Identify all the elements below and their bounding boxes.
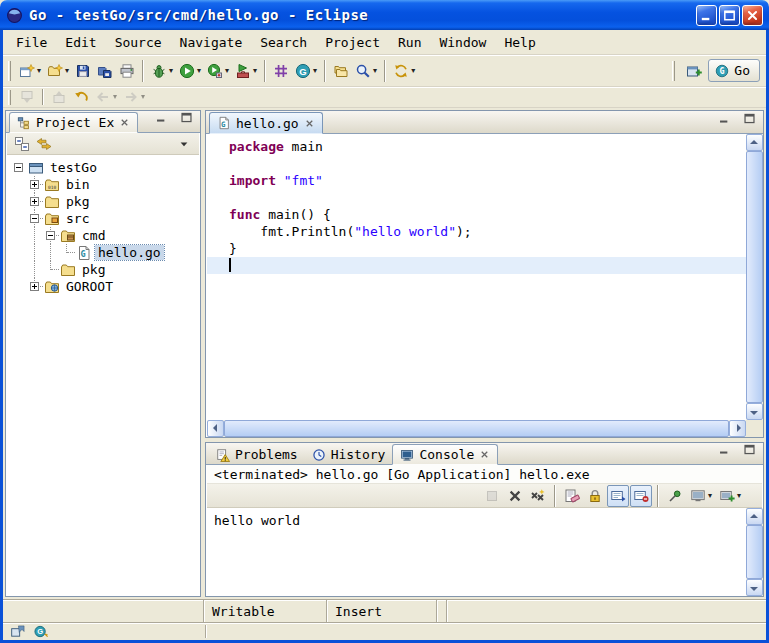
tab-close-icon[interactable] bbox=[304, 118, 315, 129]
last-edit-location-button[interactable] bbox=[70, 88, 92, 107]
go-app-button[interactable]: G▾ bbox=[292, 59, 320, 83]
code-line[interactable] bbox=[207, 155, 746, 172]
forward-button[interactable]: ▾ bbox=[120, 88, 148, 107]
minimize-button[interactable] bbox=[696, 5, 717, 26]
scroll-left-button[interactable] bbox=[207, 420, 224, 437]
scroll-lock-button[interactable] bbox=[584, 485, 606, 507]
view-menu-button[interactable] bbox=[173, 134, 195, 154]
code-line[interactable]: func main() { bbox=[207, 206, 746, 223]
clear-console-button[interactable] bbox=[561, 485, 583, 507]
expander-minus-icon[interactable] bbox=[46, 231, 55, 240]
maximize-button[interactable] bbox=[719, 5, 740, 26]
tab-history[interactable]: History bbox=[305, 444, 393, 465]
next-annotation-button[interactable] bbox=[16, 88, 38, 107]
tab-close-icon[interactable] bbox=[479, 449, 490, 460]
toolbar-grip[interactable] bbox=[672, 61, 675, 81]
code-line[interactable]: import "fmt" bbox=[207, 172, 746, 189]
save-all-button[interactable] bbox=[94, 59, 116, 83]
scrollbar-track[interactable] bbox=[746, 525, 763, 579]
expander-plus-icon[interactable] bbox=[30, 180, 39, 189]
scroll-down-button[interactable] bbox=[746, 579, 763, 596]
new-wizard-button[interactable]: ▾ bbox=[16, 59, 44, 83]
pin-console-button[interactable] bbox=[664, 485, 686, 507]
maximize-view-button[interactable] bbox=[175, 110, 197, 129]
expander-minus-icon[interactable] bbox=[30, 214, 39, 223]
save-button[interactable] bbox=[72, 59, 94, 83]
scrollbar-thumb[interactable] bbox=[224, 420, 729, 437]
menu-file[interactable]: File bbox=[7, 32, 56, 53]
collapse-all-button[interactable] bbox=[11, 134, 33, 154]
menu-run[interactable]: Run bbox=[389, 32, 430, 53]
expander-plus-icon[interactable] bbox=[30, 197, 39, 206]
code-line[interactable] bbox=[207, 257, 746, 274]
menu-source[interactable]: Source bbox=[106, 32, 171, 53]
editor-horizontal-scrollbar[interactable] bbox=[207, 420, 746, 437]
scrollbar-thumb[interactable] bbox=[746, 151, 763, 403]
editor-vertical-scrollbar[interactable] bbox=[746, 134, 763, 420]
close-button[interactable] bbox=[742, 5, 763, 26]
menu-project[interactable]: Project bbox=[316, 32, 389, 53]
code-line[interactable]: package main bbox=[207, 138, 746, 155]
tree-item-cmd[interactable]: cmd bbox=[7, 227, 199, 244]
console-vertical-scrollbar[interactable] bbox=[746, 508, 763, 596]
previous-annotation-button[interactable] bbox=[48, 88, 70, 107]
tree-item-goroot[interactable]: GOROOT bbox=[7, 278, 199, 295]
tree-item-src[interactable]: src bbox=[7, 210, 199, 227]
scroll-right-button[interactable] bbox=[729, 420, 746, 437]
show-stdout-button[interactable] bbox=[607, 485, 629, 507]
minimize-view-button[interactable] bbox=[713, 442, 735, 461]
fast-view-button[interactable] bbox=[7, 623, 28, 640]
scrollbar-track[interactable] bbox=[224, 420, 729, 437]
scroll-up-button[interactable] bbox=[746, 508, 763, 525]
scroll-down-button[interactable] bbox=[746, 403, 763, 420]
search-button[interactable]: ▾ bbox=[352, 59, 380, 83]
minimize-view-button[interactable] bbox=[713, 110, 735, 130]
debug-button[interactable]: ▾ bbox=[148, 59, 176, 83]
expander-minus-icon[interactable] bbox=[14, 163, 23, 172]
open-console-button[interactable]: ▾ bbox=[716, 485, 744, 507]
tab-console[interactable]: Console bbox=[392, 444, 498, 465]
tab-hello-go[interactable]: G hello.go bbox=[209, 112, 323, 134]
maximize-view-button[interactable] bbox=[738, 442, 760, 461]
menu-help[interactable]: Help bbox=[495, 32, 544, 53]
minimize-view-button[interactable] bbox=[150, 110, 172, 129]
code-line[interactable]: } bbox=[207, 240, 746, 257]
tab-close-icon[interactable] bbox=[119, 117, 130, 128]
remove-launch-button[interactable] bbox=[504, 485, 526, 507]
scrollbar-thumb[interactable] bbox=[746, 525, 763, 579]
tree-item-testgo[interactable]: testGo bbox=[7, 159, 199, 176]
menu-edit[interactable]: Edit bbox=[56, 32, 105, 53]
external-tools-button[interactable]: ▾ bbox=[232, 59, 260, 83]
toolbar-grip[interactable] bbox=[8, 61, 11, 81]
display-console-button[interactable]: ▾ bbox=[687, 485, 715, 507]
show-stderr-button[interactable] bbox=[630, 485, 652, 507]
menu-navigate[interactable]: Navigate bbox=[171, 32, 252, 53]
go-grid-button[interactable] bbox=[270, 59, 292, 83]
tree-item-hello-go[interactable]: Ghello.go bbox=[7, 244, 199, 261]
tab-project-explorer[interactable]: Project Ex bbox=[9, 112, 138, 133]
terminate-button[interactable] bbox=[481, 485, 503, 507]
maximize-view-button[interactable] bbox=[738, 110, 760, 130]
editor-content[interactable]: package mainimport "fmt"func main() { fm… bbox=[207, 134, 746, 420]
run-last-button[interactable]: ▾ bbox=[204, 59, 232, 83]
toolbar-grip[interactable] bbox=[8, 90, 11, 105]
back-button[interactable]: ▾ bbox=[92, 88, 120, 107]
tree-item-pkg[interactable]: pkg bbox=[7, 193, 199, 210]
menu-search[interactable]: Search bbox=[251, 32, 316, 53]
team-sync-button[interactable]: ▾ bbox=[390, 59, 418, 83]
print-button[interactable] bbox=[116, 59, 138, 83]
expander-plus-icon[interactable] bbox=[30, 282, 39, 291]
go-trim-button[interactable]: G bbox=[31, 623, 52, 640]
tab-problems[interactable]: Problems bbox=[209, 444, 305, 465]
tree-item-pkg[interactable]: pkg bbox=[7, 261, 199, 278]
open-perspective-button[interactable] bbox=[683, 59, 705, 83]
open-folders-button[interactable] bbox=[330, 59, 352, 83]
tree-item-bin[interactable]: 010bin bbox=[7, 176, 199, 193]
menu-window[interactable]: Window bbox=[430, 32, 495, 53]
code-line[interactable]: fmt.Println("hello world"); bbox=[207, 223, 746, 240]
link-with-editor-button[interactable] bbox=[33, 134, 55, 154]
code-line[interactable] bbox=[207, 189, 746, 206]
perspective-go-button[interactable]: GGo bbox=[708, 59, 760, 82]
run-button[interactable]: ▾ bbox=[176, 59, 204, 83]
scrollbar-track[interactable] bbox=[746, 151, 763, 403]
